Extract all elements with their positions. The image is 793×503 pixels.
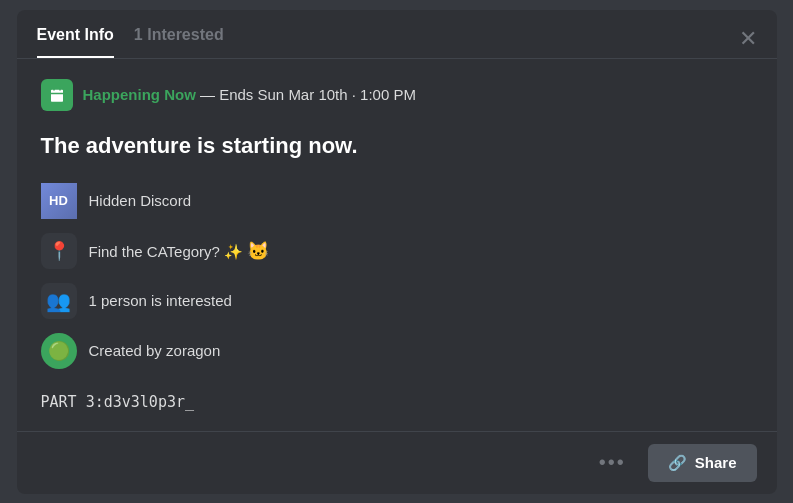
interested-text: 1 person is interested [89,292,232,309]
calendar-svg [48,86,66,104]
modal-footer: ••• 🔗 Share [17,431,777,494]
server-logo: HD [41,183,77,219]
location-decorative: ✨ [224,243,247,260]
tab-event-info[interactable]: Event Info [37,26,114,58]
interested-row: 👥 1 person is interested [41,283,753,319]
happening-now-text: Happening Now — Ends Sun Mar 10th · 1:00… [83,86,416,103]
calendar-icon [41,79,73,111]
server-icon-inner: HD [41,183,77,219]
svg-rect-0 [50,89,64,103]
server-name: Hidden Discord [89,192,192,209]
modal-body: Happening Now — Ends Sun Mar 10th · 1:00… [17,59,777,431]
tab-interested[interactable]: 1 Interested [134,26,224,58]
created-by-text: Created by zoragon [89,342,221,359]
happening-now-label: Happening Now [83,86,196,103]
share-label: Share [695,454,737,471]
server-name-row: HD Hidden Discord [41,183,753,219]
created-by-row: 🟢 Created by zoragon [41,333,753,369]
share-icon: 🔗 [668,454,687,472]
location-icon: 📍 [48,240,70,262]
location-row: 📍 Find the CATegory? ✨ 🐱 [41,233,753,269]
event-modal: Event Info 1 Interested ✕ Happening Now … [17,10,777,494]
people-icon: 👥 [46,289,71,313]
location-icon-box: 📍 [41,233,77,269]
location-name: Find the CATegory? [89,243,220,260]
event-title: The adventure is starting now. [41,133,753,159]
people-icon-box: 👥 [41,283,77,319]
share-button[interactable]: 🔗 Share [648,444,757,482]
happening-now-row: Happening Now — Ends Sun Mar 10th · 1:00… [41,79,753,111]
part-text: PART 3:d3v3l0p3r_ [41,393,753,411]
cat-emoji: 🐱 [247,241,269,261]
close-button[interactable]: ✕ [735,24,761,54]
happening-now-details: — Ends Sun Mar 10th · 1:00 PM [196,86,416,103]
modal-header: Event Info 1 Interested ✕ [17,10,777,59]
avatar-icon: 🟢 [48,340,70,362]
location-text: Find the CATegory? ✨ 🐱 [89,240,270,262]
creator-avatar: 🟢 [41,333,77,369]
more-options-button[interactable]: ••• [589,445,636,480]
